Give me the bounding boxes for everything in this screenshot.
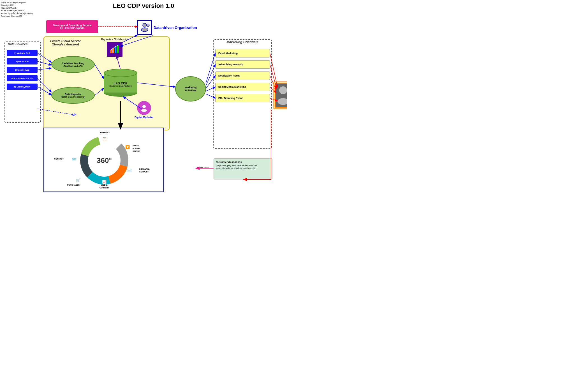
svg-text:FUNNEL: FUNNEL <box>133 147 141 149</box>
svg-rect-6 <box>112 48 114 53</box>
svg-text:360°: 360° <box>97 156 112 165</box>
cr-title: Customer Responses <box>216 161 270 163</box>
page: USPA Technology Company Copyright 2021 h… <box>0 0 287 196</box>
reports-label: Reports / Notebooks <box>101 38 128 41</box>
reports-icon <box>107 42 122 57</box>
leo-cdp-cylinder: LEO CDP (Customer Data Platform) <box>104 69 137 97</box>
svg-text:CONTENT: CONTENT <box>99 187 109 189</box>
reports-area: Reports / Notebooks <box>101 38 128 57</box>
svg-text:WEB &: WEB & <box>101 184 107 186</box>
svg-rect-5 <box>110 50 112 53</box>
ch-email-marketing[interactable]: Email Marketing <box>215 49 270 57</box>
svg-point-11 <box>279 86 287 94</box>
ch-advertising-network[interactable]: Advertising Network <box>215 60 270 69</box>
digital-marketer-section: Digital Marketer <box>135 101 154 119</box>
svg-text:🛒: 🛒 <box>76 178 81 183</box>
copyright-line1: USPA Technology Company <box>1 1 33 4</box>
data-importer-ellipse: Data Importer (Batch Data Processing) <box>51 87 95 104</box>
ds-btn-website[interactable]: 1) Website / JS <box>7 50 38 56</box>
svg-text:📈: 📈 <box>102 179 107 184</box>
svg-point-9 <box>142 105 146 108</box>
copyright-block: USPA Technology Company Copyright 2021 h… <box>1 1 33 18</box>
ch-notification-sms[interactable]: Notification / SMS <box>215 72 270 80</box>
svg-rect-8 <box>117 45 119 53</box>
rt-tracking-ellipse: Real-time Tracking (Tag Code and API) <box>51 56 95 73</box>
digital-marketer-icon <box>137 101 151 115</box>
copyright-line3: https://USPA.tech <box>1 7 33 10</box>
data-driven-icon: ↔ <box>137 20 152 35</box>
customer-responses-box: Customer Responses (page-view, play-view… <box>214 158 272 179</box>
svg-text:LOYALTY&: LOYALTY& <box>139 168 150 170</box>
leo-cdp-sublabel: (Customer Data Platform) <box>109 85 132 87</box>
svg-text:SALES: SALES <box>133 145 139 147</box>
ds-btn-csv[interactable]: 4) Exported CSV file <box>7 75 38 81</box>
training-label: Training and Consulting Serviceby LEO CD… <box>53 24 92 29</box>
training-box: Training and Consulting Serviceby LEO CD… <box>46 20 98 33</box>
svg-text:🔽: 🔽 <box>125 145 130 149</box>
svg-point-2 <box>147 24 149 27</box>
copyright-line5: Author: Nguyễn Tấn Triều (Thomas) <box>1 12 33 15</box>
ch-pr-branding[interactable]: PR / Branding Event <box>215 94 270 102</box>
rt-tracking-label: Real-time Tracking <box>62 62 84 65</box>
bottom-360-box: 360° COMPANY 📋 SALES FUNNEL STATUS 🔽 LOY… <box>43 128 164 192</box>
leo-cdp-label: LEO CDP <box>114 82 128 85</box>
svg-text:PURCHASES: PURCHASES <box>67 184 80 186</box>
svg-point-0 <box>143 23 147 27</box>
customer-icon-box <box>275 83 287 108</box>
ds-btn-mobile[interactable]: 3) Mobile App <box>7 67 38 73</box>
rt-tracking-sublabel: (Tag Code and API) <box>63 65 82 67</box>
svg-text:🪪: 🪪 <box>72 157 77 162</box>
svg-text:CONTACT: CONTACT <box>54 158 64 160</box>
marketing-activities-ellipse: MarketingActivities <box>175 76 206 102</box>
svg-rect-7 <box>115 47 116 53</box>
data-driven-section: ↔ Data-driven Organization <box>137 20 197 35</box>
ds-btn-api[interactable]: 2) REST API <box>7 58 38 64</box>
svg-text:COMPANY: COMPANY <box>99 131 110 134</box>
svg-text:SUPPORT: SUPPORT <box>139 171 149 173</box>
api-label: API <box>72 113 77 116</box>
copyright-line6: Facebook: @tantrieuf31 <box>1 15 33 18</box>
svg-text:✉️: ✉️ <box>127 168 132 173</box>
digital-marketer-label: Digital Marketer <box>135 116 154 119</box>
marketing-channels-title: Marketing Channels <box>221 40 263 44</box>
marketing-activities-label: MarketingActivities <box>185 86 197 92</box>
event-data-label: Event Data <box>197 167 209 169</box>
data-importer-label: Data Importer <box>65 93 81 96</box>
svg-point-10 <box>141 109 147 112</box>
data-driven-label: Data-driven Organization <box>154 26 197 30</box>
main-title: LEO CDP version 1.0 <box>113 2 174 10</box>
copyright-line4: Email: contact@uspa.tech <box>1 9 33 12</box>
data-importer-sublabel: (Batch Data Processing) <box>61 96 85 98</box>
cr-text: (page-view, play-view, click-details, sc… <box>216 164 270 169</box>
copyright-line2: Copyright 2021 <box>1 4 33 7</box>
data-sources-title: Data Sources <box>8 42 27 46</box>
cylinder-top <box>104 69 137 77</box>
svg-text:📋: 📋 <box>102 137 107 142</box>
svg-text:STATUS: STATUS <box>133 150 140 152</box>
svg-point-12 <box>277 98 287 105</box>
ch-social-media[interactable]: Social Media Marketing <box>215 83 270 91</box>
cloud-server-title: Private Cloud Server(Google / Amazon) <box>47 39 84 46</box>
ds-btn-crm[interactable]: 5) CRM System <box>7 84 38 90</box>
svg-text:↔: ↔ <box>144 29 146 32</box>
